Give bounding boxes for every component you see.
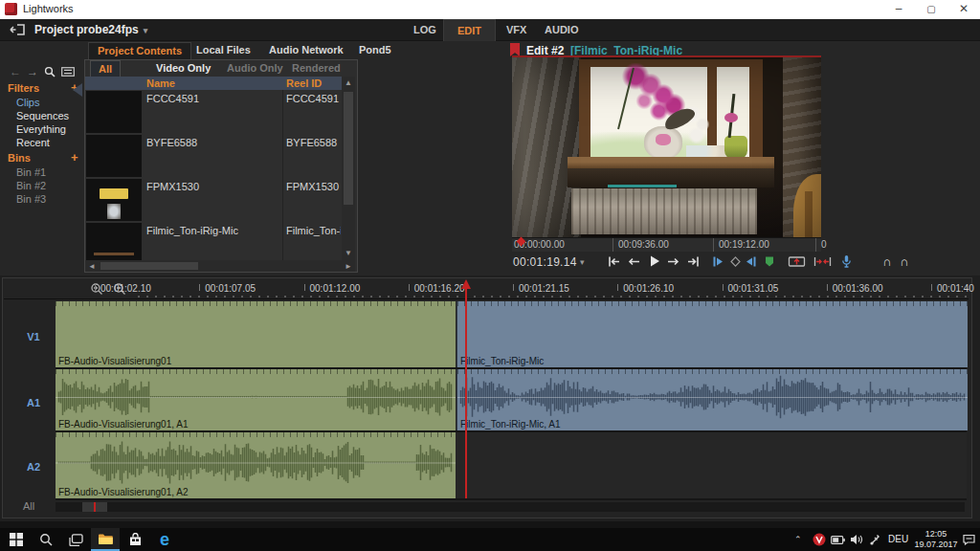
file-explorer-icon[interactable] <box>91 528 120 551</box>
skip-start-icon[interactable] <box>607 255 621 268</box>
search-icon[interactable] <box>44 66 56 77</box>
scroll-up-icon[interactable]: ▲ <box>342 78 355 88</box>
horizontal-scrollbar[interactable]: ◄ ► <box>85 260 355 272</box>
column-name[interactable]: Name <box>146 77 175 90</box>
audio-jack-icon[interactable] <box>869 533 881 546</box>
timeline-clip-v1-green[interactable]: FB-Audio-Visualisierung01 <box>56 301 456 367</box>
sidebar-item-recent[interactable]: Recent <box>16 137 50 148</box>
transport-bar: 00:01:19.14 ▾ ∩ ∩ <box>505 252 972 273</box>
replace-edit-icon[interactable] <box>813 255 832 268</box>
clip-name: FCCC4591 <box>146 93 280 104</box>
vertical-scrollbar[interactable]: ▲ ▼ <box>342 77 355 260</box>
scrollbar-thumb[interactable] <box>344 92 353 205</box>
timeline-clip-a1-green[interactable]: FB-Audio-Visualisierung01, A1 <box>56 369 456 430</box>
timeline-clip-a2-green[interactable]: FB-Audio-Visualisierung01, A2 <box>56 432 456 498</box>
audio-waveform <box>56 375 456 419</box>
tray-chevron-icon[interactable]: ⌃ <box>794 535 802 544</box>
viewer-timeline-ruler[interactable]: 00:00:00.0000:09:36.0000:19:12.000 <box>512 237 821 252</box>
playhead[interactable] <box>465 289 467 498</box>
redo-icon[interactable]: ∩ <box>900 254 908 269</box>
sidebar-item-bin2[interactable]: Bin #2 <box>16 180 46 191</box>
timeline-scrollbar[interactable] <box>56 502 965 512</box>
play-icon[interactable] <box>649 254 660 268</box>
track-label-v1[interactable]: V1 <box>19 331 48 342</box>
track-label-a2[interactable]: A2 <box>19 461 48 473</box>
ruler-timecode-label: 00:01:16.20 <box>414 283 465 294</box>
edge-icon[interactable]: e <box>150 528 179 551</box>
tab-audio[interactable]: AUDIO <box>531 19 591 40</box>
battery-icon[interactable] <box>831 536 845 544</box>
subtab-audio-only[interactable]: Audio Only <box>219 60 291 76</box>
timeline-ruler[interactable]: 00:01:02.1000:01:07.0500:01:12.0000:01:1… <box>4 279 969 299</box>
subtab-video-only[interactable]: Video Only <box>148 60 218 76</box>
undo-icon[interactable]: ∩ <box>882 254 891 269</box>
track-label-a1[interactable]: A1 <box>19 397 48 408</box>
clip-row-fpmx1530[interactable]: FPMX1530 FPMX1530 <box>85 178 342 223</box>
sidebar-item-everything[interactable]: Everything <box>16 123 66 135</box>
tab-local-files[interactable]: Local Files <box>188 42 259 58</box>
sidebar-item-clips[interactable]: Clips <box>16 97 39 108</box>
ruler-timecode-label: 00:01:02.10 <box>100 283 151 294</box>
mark-in-icon[interactable] <box>712 255 724 268</box>
antivirus-shield-icon[interactable] <box>813 533 826 546</box>
ruler-major-tick <box>513 284 514 291</box>
ruler-timecode-label: 00:01:07.05 <box>205 283 256 294</box>
mark-out-icon[interactable] <box>745 255 757 268</box>
clip-row-fccc4591[interactable]: FCCC4591 FCCC4591 <box>85 90 342 135</box>
volume-icon[interactable] <box>850 534 863 545</box>
task-view-icon[interactable] <box>61 528 90 551</box>
nav-forward-icon[interactable]: → <box>27 65 38 78</box>
audio-waveform <box>56 438 456 487</box>
tab-pond5[interactable]: Pond5 <box>350 42 400 58</box>
step-forward-icon[interactable] <box>667 255 679 268</box>
cue-marker-icon[interactable] <box>764 255 775 268</box>
tab-audio-network[interactable]: Audio Network <box>260 42 352 58</box>
track-label-all[interactable]: All <box>23 500 34 512</box>
insert-edit-icon[interactable] <box>788 255 806 268</box>
skip-end-icon[interactable] <box>686 255 701 268</box>
scroll-right-icon[interactable]: ► <box>345 262 352 272</box>
maximize-button[interactable]: ▢ <box>915 0 947 19</box>
ruler-major-tick <box>409 284 410 291</box>
edit-marker-icon[interactable] <box>510 43 520 56</box>
store-icon[interactable] <box>121 528 149 551</box>
minimize-button[interactable]: – <box>882 0 915 19</box>
video-preview[interactable] <box>512 57 821 237</box>
exit-project-icon[interactable] <box>10 23 27 36</box>
keyboard-language[interactable]: DEU <box>888 534 908 544</box>
ruler-major-tick <box>827 284 828 291</box>
subtab-all[interactable]: All <box>90 60 121 77</box>
current-timecode[interactable]: 00:01:19.14 <box>513 255 577 269</box>
timecode-caret-icon[interactable]: ▾ <box>580 257 585 267</box>
voiceover-mic-icon[interactable] <box>840 254 853 269</box>
mark-diamond-icon[interactable] <box>729 255 742 268</box>
nav-back-icon[interactable]: ← <box>10 65 21 78</box>
close-button[interactable]: ✕ <box>947 0 980 19</box>
ruler-timecode-label: 00:01:36.00 <box>833 283 883 294</box>
column-reel-id[interactable]: Reel ID <box>286 77 322 90</box>
taskbar-search-icon[interactable] <box>32 528 60 551</box>
tab-edit[interactable]: EDIT <box>443 19 496 41</box>
clock[interactable]: 12:05 19.07.2017 <box>911 529 961 550</box>
clip-row-byfe6588[interactable]: BYFE6588 BYFE6588 <box>85 134 342 179</box>
clip-row-filmic[interactable]: Filmic_Ton-iRig-Mic Filmic_Ton-iR <box>85 222 342 260</box>
notification-center-icon[interactable] <box>963 534 975 545</box>
scrollbar-thumb[interactable] <box>100 262 198 270</box>
playhead-handle[interactable] <box>461 279 471 289</box>
sidebar-item-sequences[interactable]: Sequences <box>16 110 69 121</box>
timeline-clip-a1-blue[interactable]: Filmic_Ton-iRig-Mic, A1 <box>457 369 968 430</box>
project-title[interactable]: Project probe24fps▾ <box>34 23 147 36</box>
timeline-clip-v1-blue[interactable]: Filmic_Ton-iRig-Mic <box>457 301 968 367</box>
start-button[interactable] <box>2 528 31 551</box>
viewer-ruler-timecode: 00:19:12.00 <box>713 238 821 252</box>
sidebar-item-bin3[interactable]: Bin #3 <box>16 193 46 205</box>
sidebar-item-bin1[interactable]: Bin #1 <box>16 166 46 178</box>
list-view-icon[interactable] <box>61 67 75 77</box>
clip-thumbnail <box>86 223 142 260</box>
step-back-icon[interactable] <box>628 255 640 268</box>
add-bin-button[interactable]: + <box>71 150 78 165</box>
subtab-rendered[interactable]: Rendered <box>284 60 348 76</box>
scroll-down-icon[interactable]: ▼ <box>342 249 355 258</box>
scroll-left-icon[interactable]: ◄ <box>88 262 96 272</box>
tab-project-contents[interactable]: Project Contents <box>88 42 191 59</box>
